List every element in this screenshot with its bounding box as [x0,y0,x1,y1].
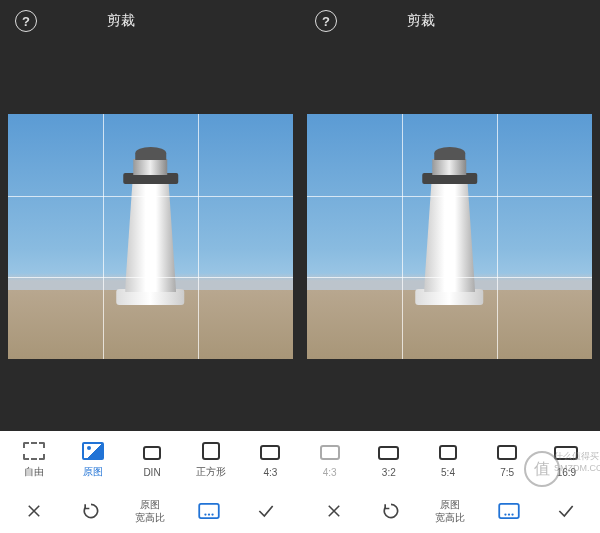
title-bar: ? 剪裁 ? 剪裁 [0,0,600,42]
spacer-bottom [0,359,600,431]
aspect-icon [498,503,520,519]
rect-icon [554,446,578,460]
confirm-button[interactable] [554,499,578,523]
page-title-right: 剪裁 [407,12,435,30]
image-icon [82,442,104,460]
ratio-label: 4:3 [323,467,337,478]
close-icon [325,502,343,520]
svg-point-2 [208,513,210,515]
svg-point-1 [205,513,207,515]
rect-icon [439,445,457,460]
ratio-16-9[interactable]: 16:9 [537,443,596,478]
svg-rect-4 [500,504,520,518]
svg-point-3 [212,513,214,515]
rect-icon [260,445,280,460]
ratio-4-3[interactable]: 4:3 [241,443,300,478]
ratio-label: 3:2 [382,467,396,478]
ratio-label: 4:3 [263,467,277,478]
help-icon[interactable]: ? [15,10,37,32]
help-icon[interactable]: ? [315,10,337,32]
svg-point-6 [508,513,510,515]
crop-preview-left[interactable] [8,114,293,359]
check-icon [556,501,576,521]
lighthouse-image [407,146,493,305]
aspect-icon [198,503,220,519]
ratio-free[interactable]: 自由 [4,441,63,479]
ratio-label: 正方形 [196,465,226,479]
svg-point-5 [505,513,507,515]
crop-preview-row [0,114,600,359]
ratio-3-2[interactable]: 3:2 [359,443,418,478]
ratio-label: 5:4 [441,467,455,478]
ratio-din[interactable]: DIN [122,443,181,478]
svg-rect-0 [200,504,220,518]
close-icon [25,502,43,520]
ratio-label: 原图 [83,465,103,479]
ratio-original[interactable]: 原图 [63,441,122,479]
check-icon [256,501,276,521]
ratio-label: 自由 [24,465,44,479]
ratio-5-4[interactable]: 5:4 [418,443,477,478]
ratio-7-5[interactable]: 7:5 [478,443,537,478]
bottom-toolbar: 原图宽高比 原图宽高比 [0,489,600,533]
aspect-button[interactable] [497,499,521,523]
rect-icon [378,446,399,460]
ratio-label: 16:9 [557,467,576,478]
rect-icon [202,442,220,460]
page-title-left: 剪裁 [107,12,135,30]
rect-icon [320,445,340,460]
rotate-button[interactable] [79,499,103,523]
svg-point-7 [512,513,514,515]
ratio-4-3-b[interactable]: 4:3 [300,443,359,478]
aspect-button[interactable] [197,499,221,523]
rotate-button[interactable] [379,499,403,523]
close-button[interactable] [22,499,46,523]
ratio-label: DIN [143,467,160,478]
rotate-icon [381,501,401,521]
rotate-icon [81,501,101,521]
rect-icon [497,445,517,460]
lighthouse-image [108,146,194,305]
spacer-top [0,42,600,114]
aspect-label[interactable]: 原图宽高比 [435,498,465,524]
aspect-label[interactable]: 原图宽高比 [135,498,165,524]
free-crop-icon [23,442,45,460]
rect-icon [143,446,161,460]
ratio-square[interactable]: 正方形 [182,441,241,479]
confirm-button[interactable] [254,499,278,523]
ratio-label: 7:5 [500,467,514,478]
crop-preview-right[interactable] [307,114,592,359]
close-button[interactable] [322,499,346,523]
aspect-ratio-strip: 自由 原图 DIN 正方形 4:3 4:3 3:2 5:4 [0,431,600,489]
